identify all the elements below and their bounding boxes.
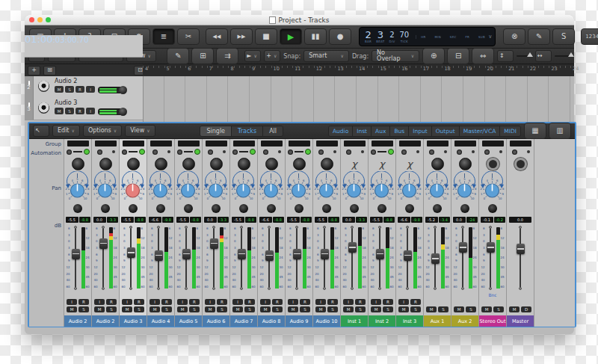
volume-fader[interactable] [431, 224, 440, 291]
mute-button[interactable]: M [94, 306, 105, 312]
group-slot[interactable] [344, 141, 366, 146]
group-slot[interactable] [454, 141, 476, 146]
input-knob-icon[interactable] [321, 158, 333, 170]
record-arm-button[interactable]: R [106, 299, 117, 305]
send-knob[interactable] [239, 204, 248, 215]
record-arm-button[interactable]: R [272, 299, 283, 305]
mute-button[interactable]: M [122, 306, 132, 312]
group-slot[interactable] [289, 141, 310, 146]
input-monitor-button[interactable]: I [177, 299, 188, 305]
track-name[interactable]: Audio 2 [55, 78, 77, 84]
send-knob[interactable] [433, 204, 442, 215]
record-arm-button[interactable]: R [410, 299, 421, 305]
volume-fader[interactable] [292, 224, 302, 291]
channel-name[interactable]: Audio 5 [175, 315, 202, 327]
solo-button[interactable]: S [161, 306, 172, 312]
automation-row[interactable] [315, 147, 339, 156]
input-row[interactable] [155, 156, 167, 171]
channel-strip-inst-3[interactable]: χ012345678910-6.6-9.86303691220406061218… [396, 139, 424, 327]
mixer-filter-output[interactable]: Output [432, 126, 460, 136]
input-knob-icon[interactable] [431, 158, 444, 170]
fader-cap[interactable] [99, 238, 108, 249]
mute-button[interactable]: M [398, 306, 409, 312]
mixer-filter-mastervca[interactable]: Master/VCA [460, 126, 501, 136]
channel-strip-stereo-out[interactable]: 012345678910-0.1-0.263036912204060612182… [479, 139, 507, 327]
input-monitor-button[interactable]: I [288, 299, 298, 305]
channel-name[interactable]: Audio 10 [313, 315, 340, 327]
channel-name[interactable]: Audio 9 [286, 315, 312, 327]
swap-icon[interactable]: ⇔ [472, 48, 494, 64]
volume-fader[interactable] [516, 224, 525, 291]
fader-cap[interactable] [348, 242, 357, 253]
channel-strip-audio-6[interactable]: 0123456789100.0-3.3630369122040606121824… [203, 139, 230, 327]
channel-name[interactable]: Audio 4 [147, 315, 174, 327]
input-knob-icon[interactable] [182, 158, 195, 170]
record-arm-button[interactable]: R [327, 299, 338, 305]
input-knob-icon[interactable] [210, 158, 223, 170]
channel-strip-aux-2[interactable]: 0123456789100.0-246303691220406061218243… [451, 139, 479, 327]
automation-row[interactable] [260, 147, 283, 156]
record-enable-icon[interactable] [38, 81, 49, 92]
input-row[interactable] [99, 156, 112, 171]
fader-cap[interactable] [404, 250, 412, 261]
zoom-vertical-slider[interactable] [517, 55, 532, 57]
group-slot[interactable] [261, 141, 283, 146]
fader-cap[interactable] [321, 249, 329, 259]
pan-knob[interactable]: 012345678910 [92, 171, 119, 204]
volume-fader[interactable] [348, 224, 357, 291]
bounce-label[interactable]: Bnc [488, 291, 496, 298]
automation-pencil-icon[interactable]: ✎ [167, 48, 189, 64]
fader-cap[interactable] [210, 238, 218, 249]
channel-name[interactable]: Stereo Out [479, 315, 506, 327]
group-slot[interactable] [372, 141, 393, 146]
mute-button[interactable]: M [426, 306, 437, 312]
record-enable-icon[interactable] [38, 102, 49, 114]
record-arm-button[interactable]: R [78, 299, 89, 305]
solo-button[interactable]: S [78, 306, 89, 312]
output-knob-icon[interactable] [487, 158, 499, 170]
mixer-catch-icon[interactable]: ↖ [33, 125, 49, 137]
solo-button[interactable]: S [383, 306, 393, 312]
pan-knob[interactable]: 012345678910 [64, 171, 91, 204]
group-slot[interactable] [399, 141, 421, 146]
input-monitor-button[interactable]: I [232, 299, 243, 305]
pan-knob[interactable]: 012345678910 [451, 171, 478, 204]
trim-icon[interactable]: ⊟ [447, 48, 469, 64]
lcd-display[interactable]: 2BAR 3BEAT 2DIV 70TICK 01:00:03:00.70 HR… [359, 27, 496, 46]
pan-knob[interactable]: 012345678910 [479, 171, 506, 204]
mixer-filter-midi[interactable]: MIDI [500, 126, 520, 136]
mute-button[interactable]: M [371, 306, 381, 312]
group-slot[interactable] [316, 141, 338, 146]
tuner-icon[interactable]: ✎ [528, 28, 550, 45]
group-slot[interactable] [178, 141, 200, 146]
input-monitor-button[interactable]: I [94, 299, 105, 305]
channel-strip-audio-9[interactable]: 012345678910-5.5-8.863036912204060612182… [286, 139, 313, 327]
channel-name[interactable]: Inst 1 [341, 315, 368, 327]
secondary-tool-button[interactable]: +∨ [264, 50, 280, 62]
pan-knob[interactable]: 012345678910 [396, 171, 423, 204]
channel-strip-audio-10[interactable]: 012345678910-5.5-8.863036912204060612182… [313, 139, 341, 327]
flex-icon[interactable]: ⊞ [191, 48, 214, 64]
automation-row[interactable] [481, 147, 505, 156]
mixer-segment-tracks[interactable]: Tracks [232, 126, 263, 136]
automation-row[interactable] [122, 147, 145, 156]
track-s-button[interactable]: S [65, 108, 74, 114]
channel-name[interactable]: Audio 2 [92, 315, 119, 327]
input-row[interactable] [431, 156, 444, 171]
channel-strip-inst-2[interactable]: χ012345678910-5.5-8.86303691220406061218… [369, 139, 396, 327]
input-row[interactable] [72, 156, 84, 171]
mute-button[interactable]: M [481, 306, 492, 312]
fader-cap[interactable] [155, 250, 163, 261]
input-row[interactable]: χ [351, 156, 357, 171]
send-knob[interactable] [377, 204, 386, 215]
track-row[interactable]: 2Audio 2MSRI [25, 76, 143, 99]
zoom-horizontal-icon[interactable]: ↔ [535, 50, 552, 62]
automation-row[interactable] [232, 147, 256, 156]
volume-fader[interactable] [71, 224, 81, 291]
input-monitor-button[interactable]: I [67, 299, 77, 305]
title-bar[interactable]: Project - Tracks [25, 15, 574, 25]
track-lanes[interactable] [143, 76, 574, 123]
mixer-filter-audio[interactable]: Audio [329, 126, 353, 136]
zoom-vertical-icon[interactable]: ↕ [497, 50, 514, 62]
bar-ruler[interactable]: 456789101112131415161718192021222324 [143, 64, 574, 77]
